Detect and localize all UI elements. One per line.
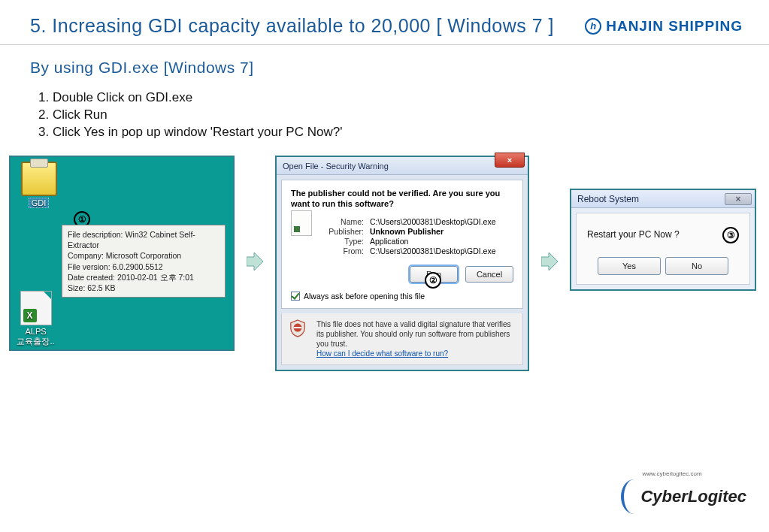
security-warning-dialog: Open File - Security Warning × The publi…	[275, 156, 529, 371]
file-tooltip: File description: Win32 Cabinet Self-Ext…	[62, 225, 226, 298]
alps-icon-label-1: ALPS	[15, 327, 56, 336]
dialog-title: Open File - Security Warning	[283, 162, 389, 171]
label: From:	[322, 246, 364, 255]
dialog-body: Restart your PC Now ? ③ Yes No	[576, 213, 750, 285]
svg-marker-3	[541, 252, 558, 271]
value: C:\Users\2000381\Desktop\GDI.exe	[370, 217, 513, 226]
info-row-publisher: Publisher: Unknown Publisher	[322, 227, 513, 236]
brand-mark-icon: h	[585, 18, 601, 35]
label: Type:	[322, 237, 364, 246]
arrow-icon	[247, 251, 263, 275]
instruction-list: Double Click on GDI.exe Click Run Click …	[0, 81, 769, 140]
tooltip-line: File description: Win32 Cabinet Self-Ext…	[68, 229, 219, 250]
dialog-titlebar[interactable]: Reboot System ×	[571, 190, 755, 208]
tooltip-line: File version: 6.0.2900.5512	[68, 261, 219, 272]
dialog-titlebar[interactable]: Open File - Security Warning ×	[277, 157, 528, 175]
header: 5. Increasing GDI capacity available to …	[0, 0, 769, 45]
shield-warning-icon	[289, 319, 306, 337]
callout-number-3: ③	[722, 227, 739, 243]
label: Publisher:	[322, 227, 364, 236]
svg-marker-0	[247, 252, 263, 271]
dialog-title: Reboot System	[577, 194, 639, 204]
footer-logo: www.cyberlogitec.com CyberLogitec	[621, 479, 746, 514]
gdi-exe-icon	[21, 162, 57, 196]
page-title: 5. Increasing GDI capacity available to …	[30, 15, 554, 37]
tooltip-line: Date created: 2010-02-01 오후 7:01	[68, 272, 219, 283]
desktop-icon-gdi[interactable]: GDI	[18, 162, 59, 208]
no-button[interactable]: No	[665, 257, 728, 275]
file-icon	[291, 210, 312, 236]
warning-text: The publisher could not be verified. Are…	[291, 188, 513, 210]
close-button[interactable]: ×	[725, 193, 752, 205]
instruction-step: Double Click on GDI.exe	[53, 90, 739, 105]
reboot-message: Restart your PC Now ?	[587, 229, 680, 240]
footer-logo-url: www.cyberlogitec.com	[642, 470, 701, 477]
alps-file-icon	[20, 291, 52, 325]
tooltip-line: Company: Microsoft Corporation	[68, 250, 219, 261]
info-row-name: Name: C:\Users\2000381\Desktop\GDI.exe	[322, 217, 513, 226]
checkbox-icon[interactable]	[291, 292, 300, 301]
svg-rect-2	[294, 327, 302, 328]
yes-button[interactable]: Yes	[598, 257, 661, 275]
checkbox-label: Always ask before opening this file	[304, 292, 425, 301]
alps-icon-label-2: 교육출장..	[15, 336, 56, 347]
dialog-body: The publisher could not be verified. Are…	[281, 180, 523, 309]
desktop-screenshot-panel: GDI ① File description: Win32 Cabinet Se…	[9, 156, 235, 351]
cancel-button[interactable]: Cancel	[465, 266, 513, 283]
footer-logo-text: CyberLogitec	[640, 487, 746, 506]
footer-warning-text: This file does not have a valid digital …	[316, 320, 510, 348]
gdi-icon-label: GDI	[29, 198, 50, 208]
subheading: By using GDI.exe [Windows 7]	[0, 45, 769, 81]
instruction-step: Click Run	[53, 107, 739, 122]
info-row-type: Type: Application	[322, 237, 513, 246]
tooltip-line: Size: 62.5 KB	[68, 283, 219, 293]
dialog-footer: This file does not have a valid digital …	[281, 313, 523, 365]
close-icon: ×	[735, 194, 740, 204]
info-row-from: From: C:\Users\2000381\Desktop\GDI.exe	[322, 246, 513, 255]
brand-name: HANJIN SHIPPING	[606, 18, 743, 35]
always-ask-checkbox-row[interactable]: Always ask before opening this file	[291, 292, 513, 301]
value: Application	[370, 237, 513, 246]
arrow-icon	[541, 251, 558, 275]
label: Name:	[322, 217, 364, 226]
close-icon: ×	[507, 156, 512, 165]
figures-row: GDI ① File description: Win32 Cabinet Se…	[0, 142, 769, 371]
callout-number-2: ②	[425, 272, 441, 289]
reboot-system-dialog: Reboot System × Restart your PC Now ? ③ …	[570, 189, 756, 291]
brand-logo: h HANJIN SHIPPING	[585, 18, 743, 35]
desktop-icon-alps[interactable]: ALPS 교육출장..	[15, 291, 56, 347]
value: Unknown Publisher	[370, 227, 513, 236]
close-button[interactable]: ×	[495, 153, 525, 168]
value: C:\Users\2000381\Desktop\GDI.exe	[370, 246, 513, 255]
instruction-step: Click Yes in pop up window 'Restart your…	[53, 125, 739, 140]
footer-help-link[interactable]: How can I decide what software to run?	[316, 349, 448, 358]
